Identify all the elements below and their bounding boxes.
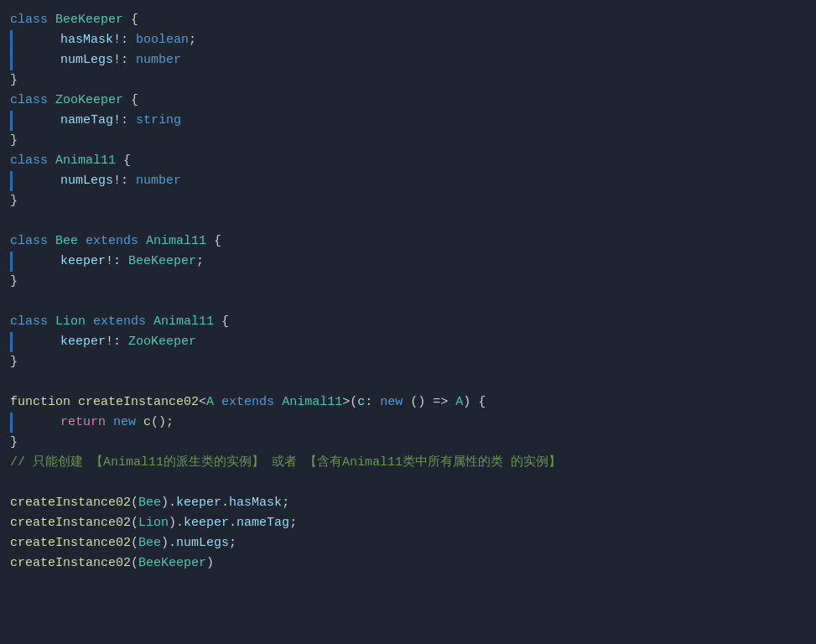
empty-line-3 [0,372,816,392]
line-19: } [0,433,816,453]
empty-line-4 [0,473,816,493]
line-10: } [0,191,816,211]
line-gutter [10,252,20,272]
line-4: } [0,70,816,91]
line-22: createInstance02(Bee).numLegs; [0,533,816,553]
class-beekeeper: BeeKeeper [55,10,123,30]
line-17: function createInstance02<A extends Anim… [0,392,816,413]
line-gutter [10,332,20,352]
line-11: class Bee extends Animal11 { [0,231,816,252]
line-6: nameTag!: string [0,111,816,131]
line-20: createInstance02(Bee).keeper.hasMask; [0,493,816,513]
line-7: } [0,131,816,151]
line-2: hasMask!: boolean; [0,30,816,50]
line-gutter [10,413,20,433]
keyword-class: class [10,10,55,30]
code-editor: class BeeKeeper { hasMask!: boolean; num… [0,7,816,577]
line-gutter [10,30,20,50]
line-8: class Animal11 { [0,151,816,171]
line-5: class ZooKeeper { [0,91,816,111]
line-16: } [0,352,816,372]
line-3: numLegs!: number [0,50,816,70]
line-comment: // 只能创建 【Animal11的派生类的实例】 或者 【含有Animal11… [0,453,816,473]
line-14: class Lion extends Animal11 { [0,312,816,332]
line-gutter [10,50,20,70]
line-12: keeper!: BeeKeeper; [0,252,816,272]
line-15: keeper!: ZooKeeper [0,332,816,352]
line-gutter [10,111,20,131]
line-9: numLegs!: number [0,171,816,191]
empty-line-1 [0,211,816,231]
empty-line-2 [0,292,816,312]
line-23: createInstance02(BeeKeeper) [0,553,816,574]
line-1: class BeeKeeper { [0,10,816,30]
line-gutter [10,171,20,191]
line-13: } [0,272,816,292]
line-21: createInstance02(Lion).keeper.nameTag; [0,513,816,533]
line-18: return new c(); [0,413,816,433]
